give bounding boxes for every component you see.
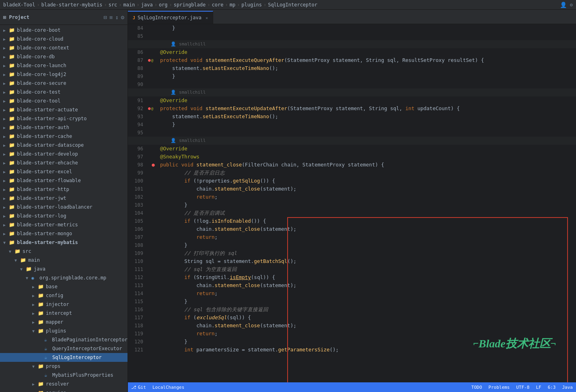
status-changes[interactable]: LocalChanges (152, 385, 184, 390)
tree-item-mybatis[interactable]: ▼ 📁 blade-starter-mybatis (0, 238, 128, 247)
status-bar: ⎇ Git LocalChanges TODO Problems UTF-8 L… (128, 382, 576, 392)
tree-item-blade-pagination[interactable]: ☕ BladePaginationInterceptor (0, 335, 128, 344)
breadcrumb-src: src (109, 2, 117, 8)
tree-item[interactable]: ▶ 📁 blade-starter-actuate (0, 105, 128, 114)
code-line-89: 89 } (128, 72, 576, 80)
item-label: main (28, 257, 40, 263)
top-bar: bladeX-Tool › blade-starter-mybatis › sr… (0, 0, 576, 10)
item-label: blade-core-db (17, 54, 55, 60)
tree-item[interactable]: ▶ 📁 blade-core-log4j2 (0, 70, 128, 79)
code-line-104: 104 // 是否开启调试 (128, 209, 576, 217)
item-label: blade-starter-auth (17, 125, 69, 130)
tree-item[interactable]: ▶ 📁 blade-starter-auth (0, 123, 128, 132)
code-line-118: 118 chain.statement_close(statement); (128, 322, 576, 330)
status-lang[interactable]: Java (562, 385, 573, 390)
tree-item-mapper[interactable]: ▶ 📁 mapper (0, 318, 128, 326)
author-line-2: 👤 smallchill (128, 88, 576, 96)
collapse-icon[interactable]: ⊟ (103, 14, 107, 21)
tree-item[interactable]: ▶ 📁 blade-core-launch (0, 61, 128, 70)
code-line-106: 106 chain.statement_close(statement); (128, 225, 576, 233)
tree-item[interactable]: ▶ 📁 blade-starter-api-crypto (0, 114, 128, 123)
gear-icon[interactable]: ⚙ (121, 14, 124, 21)
tree-item[interactable]: ▶ 📁 blade-core-secure (0, 79, 128, 88)
tree-item-query-interceptor[interactable]: ☕ QueryInterceptorExecutor (0, 344, 128, 353)
breadcrumb-sep7: › (207, 2, 210, 8)
tree-item[interactable]: ▶ 📁 blade-core-db (0, 52, 128, 61)
status-git[interactable]: ⎇ Git (131, 385, 146, 390)
tree-item-base[interactable]: ▶ 📁 base (0, 282, 128, 291)
code-line-88: 88 statement.setLastExecuteTimeNano(); (128, 64, 576, 72)
app-container: bladeX-Tool › blade-starter-mybatis › sr… (0, 0, 576, 392)
tree-item[interactable]: ▶ 📁 blade-core-tool (0, 96, 128, 105)
tree-item-service[interactable]: ▶ 📁 service (0, 388, 128, 392)
tree-item-mybatisplus[interactable]: ☕ MybatisPlusProperties (0, 371, 128, 380)
breadcrumb-sep6: › (169, 2, 172, 8)
code-line-101: 101 chain.statement_close(statement); (128, 185, 576, 193)
item-label: java (34, 266, 45, 272)
code-line-84: 84 } (128, 24, 576, 32)
tree-item[interactable]: ▶ 📁 blade-core-test (0, 88, 128, 96)
item-label: blade-core-launch (17, 63, 66, 68)
tree-item-intercept[interactable]: ▶ 📁 intercept (0, 309, 128, 318)
tree-item-plugins[interactable]: ▼ 📁 plugins (0, 326, 128, 335)
tree-item[interactable]: ▶ 📁 blade-starter-log (0, 211, 128, 220)
tree-item[interactable]: ▶ 📁 blade-starter-develop (0, 150, 128, 158)
tree-item[interactable]: ▶ 📁 blade-starter-loadbalancer (0, 203, 128, 211)
item-label: QueryInterceptorExecutor (52, 346, 122, 351)
item-label: resolver (46, 381, 69, 387)
item-label: plugins (46, 328, 66, 334)
item-label: props (46, 363, 60, 369)
expand-icon[interactable]: ≡ (109, 14, 113, 21)
tree-item-injector[interactable]: ▶ 📁 injector (0, 300, 128, 309)
tab-close-icon[interactable]: ✕ (206, 16, 208, 20)
tree-item-sqllog[interactable]: ☕ SqlLogInterceptor (0, 353, 128, 362)
tree-item[interactable]: ▶ 📁 blade-core-context (0, 43, 128, 52)
item-label: intercept (46, 310, 72, 316)
tree-item[interactable]: ▶ 📁 blade-starter-jwt (0, 194, 128, 203)
tab-file-icon: J (133, 16, 135, 20)
code-line-95: 95 (128, 129, 576, 137)
item-label: blade-core-boot (17, 27, 60, 33)
tree-item-config[interactable]: ▶ 📁 config (0, 291, 128, 300)
item-label: service (46, 390, 66, 392)
tree-item-java[interactable]: ▼ 📁 java (0, 265, 128, 273)
item-label: blade-starter-loadbalancer (17, 204, 93, 210)
tree-item[interactable]: ▶ 📁 blade-starter-mongo (0, 229, 128, 238)
editor-tab-active[interactable]: J SqlLogInterceptor.java ✕ (128, 11, 213, 24)
tree-item-src[interactable]: ▼ 📁 src (0, 247, 128, 256)
tree-item-package[interactable]: ▼ ◉ org.springblade.core.mp (0, 273, 128, 282)
code-line-87: 87 ●@ protected void statementExecuteQue… (128, 56, 576, 64)
tree-item[interactable]: ▶ 📁 blade-starter-flowable (0, 176, 128, 185)
status-todo[interactable]: TODO (471, 385, 482, 390)
tree-item[interactable]: ▶ 📁 blade-starter-excel (0, 167, 128, 176)
breadcrumb-sep5: › (154, 2, 157, 8)
code-line-94: 94 } (128, 121, 576, 129)
sort-icon[interactable]: ↕ (115, 14, 118, 21)
tree-item[interactable]: ▶ 📁 blade-starter-metrics (0, 220, 128, 229)
code-line-100: 100 if (!properties.getSqlLog()) { (128, 177, 576, 185)
code-line-91-override: 91 @Override (128, 96, 576, 105)
tree-item[interactable]: ▶ 📁 blade-starter-http (0, 185, 128, 194)
code-line-109: 109 // 打印可执行的 sql (128, 249, 576, 257)
item-label: blade-core-secure (17, 80, 66, 86)
code-editor[interactable]: 84 } 85 👤 smallchill (128, 24, 576, 382)
item-label: blade-starter-datascope (17, 142, 84, 148)
tree-item-props[interactable]: ▼ 📁 props (0, 362, 128, 371)
tree-item[interactable]: ▶ 📁 blade-starter-datascope (0, 141, 128, 150)
tree-item[interactable]: ▶ 📁 blade-core-cloud (0, 35, 128, 43)
item-label: blade-starter-api-crypto (17, 116, 86, 121)
breadcrumb-sep3: › (119, 2, 121, 8)
status-line-ending[interactable]: LF (536, 385, 541, 390)
status-encoding[interactable]: UTF-8 (516, 385, 529, 390)
item-label: blade-starter-actuate (17, 107, 78, 113)
code-line-86-override: 86 @Override (128, 48, 576, 56)
tree-item[interactable]: ▶ 📁 blade-starter-ehcache (0, 158, 128, 167)
tree-item[interactable]: ▶ 📁 blade-starter-cache (0, 132, 128, 141)
breadcrumb-main: main (123, 2, 135, 8)
tree-item-main[interactable]: ▼ 📁 main (0, 256, 128, 265)
tree-item[interactable]: ▶ 📁 blade-core-boot (0, 26, 128, 35)
tree-item-resolver[interactable]: ▶ 📁 resolver (0, 380, 128, 388)
breadcrumb-sep9: › (237, 2, 240, 8)
status-problems[interactable]: Problems (488, 385, 510, 390)
item-label: blade-starter-http (17, 187, 69, 192)
